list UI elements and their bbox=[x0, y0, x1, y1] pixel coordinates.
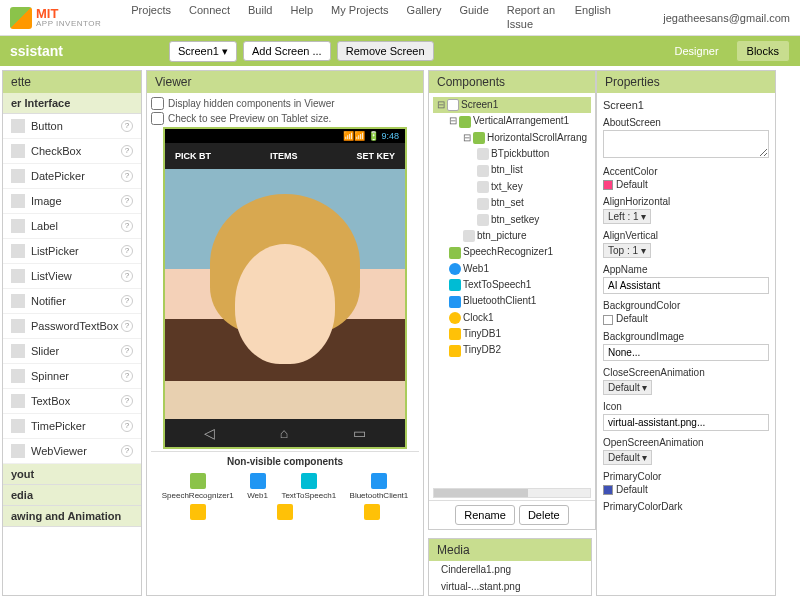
back-icon[interactable]: ◁ bbox=[204, 425, 215, 441]
tree-btnlist[interactable]: btn_list bbox=[433, 162, 591, 178]
prop-icon-input[interactable] bbox=[603, 414, 769, 431]
tree-btnpicture[interactable]: btn_picture bbox=[433, 228, 591, 244]
prop-accentcolor-value[interactable]: Default bbox=[603, 179, 769, 190]
prop-appname-label: AppName bbox=[603, 264, 769, 275]
prop-primarycolor-value[interactable]: Default bbox=[603, 484, 769, 495]
help-icon[interactable]: ? bbox=[121, 270, 133, 282]
palette-datepicker[interactable]: DatePicker? bbox=[3, 164, 141, 189]
help-icon[interactable]: ? bbox=[121, 345, 133, 357]
palette-image[interactable]: Image? bbox=[3, 189, 141, 214]
db-icon[interactable] bbox=[277, 504, 293, 520]
help-icon[interactable]: ? bbox=[121, 420, 133, 432]
palette-spinner[interactable]: Spinner? bbox=[3, 364, 141, 389]
prop-bgimage-input[interactable] bbox=[603, 344, 769, 361]
rename-button[interactable]: Rename bbox=[455, 505, 515, 525]
prop-alignv-select[interactable]: Top : 1 ▾ bbox=[603, 243, 651, 258]
user-email[interactable]: jegatheesans@gmail.com bbox=[663, 12, 790, 24]
prop-alignh-select[interactable]: Left : 1 ▾ bbox=[603, 209, 651, 224]
nonvis-bt[interactable]: BluetoothClient1 bbox=[350, 473, 409, 500]
palette-slider[interactable]: Slider? bbox=[3, 339, 141, 364]
db-icon bbox=[449, 328, 461, 340]
menu-myprojects[interactable]: My Projects bbox=[331, 4, 388, 30]
nonvis-web[interactable]: Web1 bbox=[247, 473, 268, 500]
pick-bt-button[interactable]: PICK BT bbox=[175, 151, 211, 161]
prop-appname-input[interactable] bbox=[603, 277, 769, 294]
tree-tinydb1[interactable]: TinyDB1 bbox=[433, 326, 591, 342]
palette-checkbox[interactable]: CheckBox? bbox=[3, 139, 141, 164]
home-icon[interactable]: ⌂ bbox=[280, 425, 288, 441]
palette-label[interactable]: Label? bbox=[3, 214, 141, 239]
tree-screen1[interactable]: ⊟Screen1 bbox=[433, 97, 591, 113]
remove-screen-button[interactable]: Remove Screen bbox=[337, 41, 434, 61]
tree-tts[interactable]: TextToSpeech1 bbox=[433, 277, 591, 293]
screen-selector[interactable]: Screen1 ▾ bbox=[169, 41, 237, 62]
tree-btnsetkey[interactable]: btn_setkey bbox=[433, 212, 591, 228]
media-item[interactable]: Cinderella1.png bbox=[429, 561, 591, 578]
tree-bluetooth[interactable]: BluetoothClient1 bbox=[433, 293, 591, 309]
prop-closeanim-select[interactable]: Default ▾ bbox=[603, 380, 652, 395]
help-icon[interactable]: ? bbox=[121, 170, 133, 182]
menu-help[interactable]: Help bbox=[290, 4, 313, 30]
nonvis-tts[interactable]: TextToSpeech1 bbox=[281, 473, 336, 500]
help-icon[interactable]: ? bbox=[121, 145, 133, 157]
palette-button[interactable]: Button? bbox=[3, 114, 141, 139]
globe-icon bbox=[449, 263, 461, 275]
clock-icon[interactable] bbox=[190, 504, 206, 520]
palette-timepicker[interactable]: TimePicker? bbox=[3, 414, 141, 439]
tree-speech[interactable]: SpeechRecognizer1 bbox=[433, 244, 591, 260]
help-icon[interactable]: ? bbox=[121, 120, 133, 132]
palette-listpicker[interactable]: ListPicker? bbox=[3, 239, 141, 264]
tree-scrollbar[interactable] bbox=[433, 488, 591, 498]
palette-timepicker-label: TimePicker bbox=[31, 420, 86, 432]
palette-cat-ui[interactable]: er Interface bbox=[3, 93, 141, 114]
tree-btnset[interactable]: btn_set bbox=[433, 195, 591, 211]
prop-aboutscreen-input[interactable] bbox=[603, 130, 769, 158]
menu-projects[interactable]: Projects bbox=[131, 4, 171, 30]
tree-txtkey[interactable]: txt_key bbox=[433, 179, 591, 195]
help-icon[interactable]: ? bbox=[121, 220, 133, 232]
menu-report[interactable]: Report an Issue bbox=[507, 4, 557, 30]
blocks-button[interactable]: Blocks bbox=[736, 40, 790, 62]
palette-password[interactable]: PasswordTextBox? bbox=[3, 314, 141, 339]
help-icon[interactable]: ? bbox=[121, 320, 133, 332]
tree-btpick[interactable]: BTpickbutton bbox=[433, 146, 591, 162]
help-icon[interactable]: ? bbox=[121, 245, 133, 257]
help-icon[interactable]: ? bbox=[121, 370, 133, 382]
db-icon[interactable] bbox=[364, 504, 380, 520]
palette-textbox[interactable]: TextBox? bbox=[3, 389, 141, 414]
logo-icon bbox=[10, 7, 32, 29]
prop-aboutscreen-label: AboutScreen bbox=[603, 117, 769, 128]
palette-webviewer[interactable]: WebViewer? bbox=[3, 439, 141, 464]
palette-cat-media[interactable]: edia bbox=[3, 485, 141, 506]
palette-cat-layout[interactable]: yout bbox=[3, 464, 141, 485]
display-hidden-checkbox[interactable] bbox=[151, 97, 164, 110]
tree-clock[interactable]: Clock1 bbox=[433, 310, 591, 326]
palette-listview[interactable]: ListView? bbox=[3, 264, 141, 289]
help-icon[interactable]: ? bbox=[121, 445, 133, 457]
help-icon[interactable]: ? bbox=[121, 195, 133, 207]
menu-gallery[interactable]: Gallery bbox=[407, 4, 442, 30]
help-icon[interactable]: ? bbox=[121, 295, 133, 307]
tree-web[interactable]: Web1 bbox=[433, 261, 591, 277]
nonvis-speech[interactable]: SpeechRecognizer1 bbox=[162, 473, 234, 500]
palette-notifier[interactable]: Notifier? bbox=[3, 289, 141, 314]
delete-button[interactable]: Delete bbox=[519, 505, 569, 525]
palette-cat-drawing[interactable]: awing and Animation bbox=[3, 506, 141, 527]
add-screen-button[interactable]: Add Screen ... bbox=[243, 41, 331, 61]
designer-button[interactable]: Designer bbox=[664, 40, 730, 62]
tree-vertical[interactable]: ⊟VerticalArrangement1 bbox=[433, 113, 591, 129]
recent-icon[interactable]: ▭ bbox=[353, 425, 366, 441]
set-key-button[interactable]: SET KEY bbox=[356, 151, 395, 161]
tree-horizontal[interactable]: ⊟HorizontalScrollArrang bbox=[433, 130, 591, 146]
menu-build[interactable]: Build bbox=[248, 4, 272, 30]
tablet-preview-checkbox[interactable] bbox=[151, 112, 164, 125]
help-icon[interactable]: ? bbox=[121, 395, 133, 407]
tree-tinydb2[interactable]: TinyDB2 bbox=[433, 342, 591, 358]
prop-bgcolor-value[interactable]: Default bbox=[603, 313, 769, 324]
menu-connect[interactable]: Connect bbox=[189, 4, 230, 30]
menu-language[interactable]: English bbox=[575, 4, 611, 30]
menu-guide[interactable]: Guide bbox=[459, 4, 488, 30]
prop-openanim-select[interactable]: Default ▾ bbox=[603, 450, 652, 465]
media-item[interactable]: virtual-...stant.png bbox=[429, 578, 591, 595]
items-button[interactable]: ITEMS bbox=[270, 151, 298, 161]
